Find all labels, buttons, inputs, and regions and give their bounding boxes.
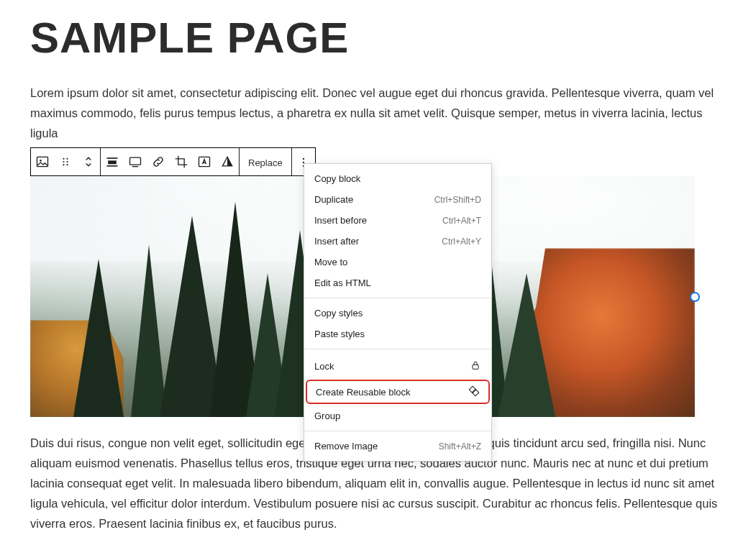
menu-insert-before[interactable]: Insert beforeCtrl+Alt+T <box>304 210 491 231</box>
menu-label: Lock <box>314 362 334 371</box>
block-options-menu: Copy block DuplicateCtrl+Shift+D Insert … <box>304 163 492 462</box>
image-block-icon[interactable] <box>31 147 54 176</box>
menu-label: Paste styles <box>314 329 365 339</box>
menu-label: Edit as HTML <box>314 278 371 288</box>
text-overlay-icon[interactable] <box>193 147 216 176</box>
menu-create-reusable-block[interactable]: Create Reusable block <box>306 380 490 404</box>
svg-point-6 <box>63 164 64 165</box>
block-toolbar: Replace <box>30 147 316 176</box>
menu-group[interactable]: Group <box>304 405 491 426</box>
align-icon[interactable] <box>101 147 124 176</box>
menu-label: Insert after <box>314 237 359 246</box>
menu-label: Create Reusable block <box>316 388 411 397</box>
svg-point-4 <box>63 161 64 162</box>
menu-duplicate[interactable]: DuplicateCtrl+Shift+D <box>304 189 491 210</box>
svg-rect-8 <box>107 157 118 159</box>
resize-handle[interactable] <box>690 292 700 302</box>
menu-label: Remove Image <box>314 441 378 451</box>
menu-label: Duplicate <box>314 195 353 204</box>
drag-handle-icon[interactable] <box>54 147 77 176</box>
svg-rect-0 <box>37 157 48 166</box>
caption-icon[interactable] <box>124 147 147 176</box>
intro-paragraph: Lorem ipsum dolor sit amet, consectetur … <box>30 83 726 143</box>
menu-paste-styles[interactable]: Paste styles <box>304 324 491 344</box>
menu-label: Insert before <box>314 216 367 225</box>
menu-remove-image[interactable]: Remove ImageShift+Alt+Z <box>304 436 491 457</box>
menu-insert-after[interactable]: Insert afterCtrl+Alt+Y <box>304 231 491 252</box>
menu-shortcut: Ctrl+Alt+Y <box>442 237 481 246</box>
menu-label: Move to <box>314 257 347 267</box>
menu-shortcut: Ctrl+Alt+T <box>442 216 481 225</box>
svg-rect-9 <box>108 160 117 164</box>
svg-point-2 <box>63 158 64 160</box>
menu-copy-block[interactable]: Copy block <box>304 168 491 189</box>
lock-icon <box>470 359 481 372</box>
menu-shortcut: Ctrl+Shift+D <box>434 196 481 204</box>
menu-label: Copy block <box>314 174 360 183</box>
page-title: SAMPLE PAGE <box>30 13 726 63</box>
svg-rect-10 <box>107 165 118 167</box>
link-icon[interactable] <box>147 147 170 176</box>
svg-point-1 <box>40 160 42 162</box>
menu-copy-styles[interactable]: Copy styles <box>304 303 491 324</box>
menu-label: Group <box>314 411 340 421</box>
replace-button[interactable]: Replace <box>240 148 291 177</box>
svg-point-14 <box>303 158 304 160</box>
svg-point-5 <box>66 161 68 162</box>
menu-lock[interactable]: Lock <box>304 354 491 378</box>
menu-shortcut: Shift+Alt+Z <box>439 442 481 451</box>
svg-point-3 <box>66 158 68 160</box>
crop-icon[interactable] <box>170 147 193 176</box>
menu-edit-html[interactable]: Edit as HTML <box>304 272 491 293</box>
duotone-icon[interactable] <box>216 147 239 176</box>
menu-label: Copy styles <box>314 308 363 318</box>
reusable-block-icon <box>468 385 480 398</box>
move-arrows-icon[interactable] <box>77 147 100 176</box>
svg-rect-11 <box>130 157 141 165</box>
svg-point-7 <box>66 164 68 165</box>
svg-rect-17 <box>473 365 478 369</box>
menu-move-to[interactable]: Move to <box>304 252 491 272</box>
